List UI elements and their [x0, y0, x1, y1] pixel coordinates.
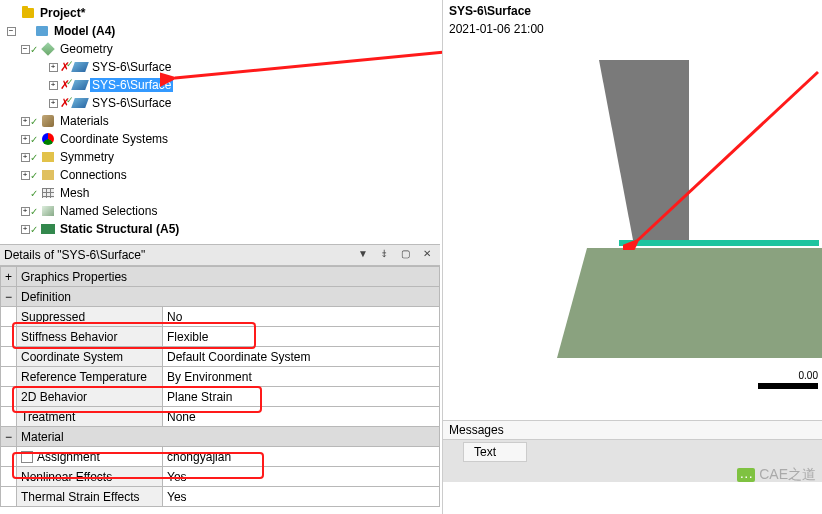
viewer-title: SYS-6\Surface: [443, 0, 822, 22]
tree-materials[interactable]: + ✓ Materials: [4, 112, 442, 130]
row-2dbehavior-value[interactable]: Plane Strain: [163, 387, 440, 407]
tree-symmetry-label: Symmetry: [58, 150, 116, 164]
check-icon: ✓: [30, 134, 38, 145]
static-structural-icon: [40, 221, 56, 237]
expand-icon[interactable]: +: [46, 78, 60, 92]
row-cs-value[interactable]: Default Coordinate System: [163, 347, 440, 367]
watermark-text: CAE之道: [759, 466, 816, 484]
check-icon: ✓: [30, 188, 38, 199]
x-check-icon: ✗: [60, 96, 70, 110]
collapse-icon[interactable]: −: [4, 24, 18, 38]
row-assignment-label: Assignment: [37, 450, 100, 464]
tree-surface-1-label: SYS-6\Surface: [90, 60, 173, 74]
named-selections-icon: [40, 203, 56, 219]
assignment-checkbox[interactable]: [21, 451, 33, 463]
tree-surface-2-label: SYS-6\Surface: [90, 78, 173, 92]
row-stiffness-value[interactable]: Flexible: [163, 327, 440, 347]
row-thermal-value[interactable]: Yes: [163, 487, 440, 507]
row-nonlinear-label: Nonlinear Effects: [17, 467, 163, 487]
tree-connections[interactable]: + ✓ Connections: [4, 166, 442, 184]
dropdown-icon[interactable]: ▼: [354, 248, 372, 264]
details-pane: Details of "SYS-6\Surface" ▼ ⤈ ▢ ✕ +Grap…: [0, 244, 440, 507]
section-graphics[interactable]: Graphics Properties: [17, 267, 440, 287]
tree-geometry[interactable]: − ✓ Geometry: [4, 40, 442, 58]
tree-model[interactable]: − Model (A4): [4, 22, 442, 40]
row-reftemp-label: Reference Temperature: [17, 367, 163, 387]
scale-legend: 0.00: [758, 370, 818, 389]
row-nonlinear-value[interactable]: Yes: [163, 467, 440, 487]
materials-icon: [40, 113, 56, 129]
expand-icon[interactable]: +: [46, 96, 60, 110]
geometry-icon: [40, 41, 56, 57]
check-icon: ✓: [30, 170, 38, 181]
tree-surface-1[interactable]: + ✗ SYS-6\Surface: [4, 58, 442, 76]
watermark: CAE之道: [737, 466, 816, 484]
tree-surface-2[interactable]: + ✗ SYS-6\Surface: [4, 76, 442, 94]
check-icon: ✓: [30, 206, 38, 217]
row-thermal-label: Thermal Strain Effects: [17, 487, 163, 507]
symmetry-icon: [40, 149, 56, 165]
tree-ns-label: Named Selections: [58, 204, 159, 218]
collapse-icon[interactable]: −: [1, 287, 17, 307]
tree-coord-sys-label: Coordinate Systems: [58, 132, 170, 146]
details-header[interactable]: Details of "SYS-6\Surface" ▼ ⤈ ▢ ✕: [0, 244, 440, 266]
tree-symmetry[interactable]: + ✓ Symmetry: [4, 148, 442, 166]
scale-value: 0.00: [799, 370, 818, 381]
tree-project[interactable]: Project*: [4, 4, 442, 22]
section-material[interactable]: Material: [17, 427, 440, 447]
tree-ss-label: Static Structural (A5): [58, 222, 181, 236]
check-icon: ✓: [30, 116, 38, 127]
messages-header[interactable]: Messages: [443, 420, 822, 440]
collapse-icon[interactable]: −: [1, 427, 17, 447]
expand-icon[interactable]: +: [46, 60, 60, 74]
row-treatment-label: Treatment: [17, 407, 163, 427]
geometry-body-bottom: [587, 248, 822, 358]
coord-sys-icon: [40, 131, 56, 147]
properties-table[interactable]: +Graphics Properties −Definition Suppres…: [0, 266, 440, 507]
geometry-viewer[interactable]: SYS-6\Surface 2021-01-06 21:00 0.00: [443, 0, 822, 420]
row-suppressed-value[interactable]: No: [163, 307, 440, 327]
messages-col-text[interactable]: Text: [463, 442, 527, 462]
surface-icon: [72, 77, 88, 93]
surface-icon: [72, 59, 88, 75]
tree-geometry-label: Geometry: [58, 42, 115, 56]
right-panel: SYS-6\Surface 2021-01-06 21:00 0.00 Mess…: [442, 0, 822, 514]
tree-connections-label: Connections: [58, 168, 129, 182]
row-reftemp-value[interactable]: By Environment: [163, 367, 440, 387]
popup-icon[interactable]: ▢: [397, 248, 415, 264]
tree-project-label: Project*: [38, 6, 87, 20]
x-check-icon: ✗: [60, 78, 70, 92]
pin-icon[interactable]: ⤈: [375, 248, 393, 264]
outline-tree[interactable]: Project* − Model (A4) − ✓ Geometry + ✗ S…: [0, 0, 442, 240]
tree-coord-systems[interactable]: + ✓ Coordinate Systems: [4, 130, 442, 148]
tree-materials-label: Materials: [58, 114, 111, 128]
check-icon: ✓: [30, 152, 38, 163]
messages-title: Messages: [449, 423, 504, 437]
check-icon: ✓: [30, 44, 38, 55]
model-icon: [34, 23, 50, 39]
section-definition[interactable]: Definition: [17, 287, 440, 307]
row-assignment-value[interactable]: chongyajian: [163, 447, 440, 467]
scale-bar: [758, 383, 818, 389]
tree-surface-3[interactable]: + ✗ SYS-6\Surface: [4, 94, 442, 112]
close-icon[interactable]: ✕: [418, 248, 436, 264]
tree-named-selections[interactable]: + ✓ Named Selections: [4, 202, 442, 220]
geometry-body-selected: [619, 240, 819, 246]
tree-mesh[interactable]: ✓ Mesh: [4, 184, 442, 202]
surface-icon: [72, 95, 88, 111]
tree-static-structural[interactable]: + ✓ Static Structural (A5): [4, 220, 442, 238]
viewer-timestamp: 2021-01-06 21:00: [443, 22, 822, 36]
tree-model-label: Model (A4): [52, 24, 117, 38]
left-panel: Project* − Model (A4) − ✓ Geometry + ✗ S…: [0, 0, 442, 514]
wechat-icon: [737, 468, 755, 482]
row-2dbehavior-label: 2D Behavior: [17, 387, 163, 407]
row-suppressed-label: Suppressed: [17, 307, 163, 327]
row-stiffness-label: Stiffness Behavior: [17, 327, 163, 347]
row-cs-label: Coordinate System: [17, 347, 163, 367]
tree-mesh-label: Mesh: [58, 186, 91, 200]
row-treatment-value[interactable]: None: [163, 407, 440, 427]
expand-icon[interactable]: +: [1, 267, 17, 287]
geometry-body-top: [599, 60, 689, 240]
check-icon: ✓: [30, 224, 38, 235]
connections-icon: [40, 167, 56, 183]
